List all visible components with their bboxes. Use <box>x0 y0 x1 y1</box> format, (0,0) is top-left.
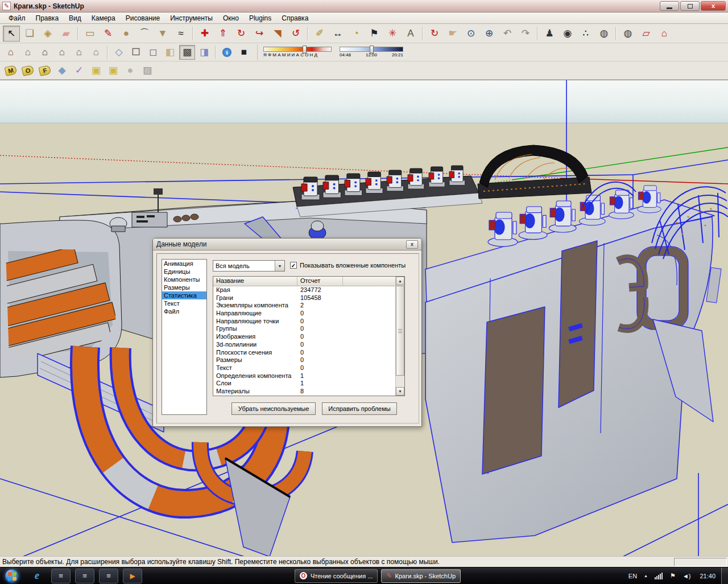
display-section-cuts-toggle-button[interactable]: ▱ <box>638 26 655 42</box>
minimize-button[interactable] <box>660 1 679 11</box>
restore-button[interactable] <box>680 1 700 11</box>
dialog-nav-текст[interactable]: Текст <box>162 299 206 307</box>
table-row[interactable]: Слои1 <box>213 380 395 388</box>
table-row[interactable]: Текст0 <box>213 364 395 372</box>
push-pull-tool-button[interactable]: ⇑ <box>214 26 231 42</box>
circle-tool-button[interactable]: ● <box>118 26 135 42</box>
checkbox-icon[interactable]: ✓ <box>290 262 297 269</box>
table-row[interactable]: Направляющие0 <box>213 310 395 318</box>
plugin-folder-light-1-button[interactable]: ▣ <box>88 63 104 78</box>
plugin-folder-light-2-button[interactable]: ▣ <box>105 63 121 78</box>
volume-icon[interactable]: ◄) <box>682 573 691 579</box>
shadow-date-slider[interactable] <box>263 47 332 52</box>
table-row[interactable]: Направляющие точки0 <box>213 318 395 326</box>
date-slider-thumb[interactable] <box>303 46 307 54</box>
hidden-icons-button[interactable]: ▲ <box>644 574 648 578</box>
style-shaded-button[interactable]: ◧ <box>162 45 178 60</box>
component-info-button[interactable]: i <box>219 45 235 60</box>
menu-camera[interactable]: Камера <box>86 13 121 23</box>
table-row[interactable]: Края234772 <box>213 286 395 294</box>
measurements-box[interactable] <box>674 558 727 566</box>
paint-bucket-tool-button[interactable]: ◈ <box>39 26 56 42</box>
protractor-tool-button[interactable]: ◔ <box>348 26 365 42</box>
scrollbar-down-icon[interactable]: ▼ <box>396 387 404 396</box>
menu-file[interactable]: Файл <box>3 13 31 23</box>
view-iso-button[interactable]: ⌂ <box>3 45 19 60</box>
freehand-tool-button[interactable]: ≈ <box>172 26 189 42</box>
nested-components-checkbox-row[interactable]: ✓ Показывать вложенные компоненты <box>290 262 406 269</box>
table-row[interactable]: Изображения0 <box>213 333 395 341</box>
view-right-button[interactable]: ⌂ <box>71 45 87 60</box>
dialog-nav-анимация[interactable]: Анимация <box>162 260 206 268</box>
menu-view[interactable]: Вид <box>64 13 86 23</box>
plugin-cube-button[interactable]: ◆ <box>54 63 70 78</box>
table-row[interactable]: Грани105458 <box>213 294 395 302</box>
follow-me-tool-button[interactable]: ↪ <box>251 26 268 42</box>
table-row[interactable]: Экземпляры компонента2 <box>213 302 395 310</box>
line-tool-button[interactable]: ✎ <box>100 26 117 42</box>
style-shaded-textures-button[interactable]: ▩ <box>179 45 195 60</box>
rectangle-tool-button[interactable]: ▭ <box>81 26 98 42</box>
dialog-nav-компоненты[interactable]: Компоненты <box>162 275 206 283</box>
dropdown-arrow-icon[interactable]: ▼ <box>275 261 284 271</box>
table-row[interactable]: Размеры0 <box>213 356 395 364</box>
scale-tool-button[interactable]: ◥ <box>269 26 286 42</box>
position-camera-tool-button[interactable]: ♟ <box>541 26 558 42</box>
dialog-nav-размеры[interactable]: Размеры <box>162 283 206 291</box>
table-scrollbar[interactable]: ▲ ▼ <box>395 277 404 396</box>
language-indicator[interactable]: EN <box>628 573 637 579</box>
scope-dropdown[interactable]: Вся модель ▼ <box>213 260 285 272</box>
action-center-icon[interactable]: ⚑ <box>670 572 676 579</box>
section-plane-tool-button[interactable]: ◍ <box>595 26 613 42</box>
dark-cube-button[interactable]: ■ <box>236 45 252 60</box>
polygon-tool-button[interactable]: ▼ <box>154 26 171 42</box>
menu-window[interactable]: Окно <box>218 13 244 23</box>
tag-o-button[interactable]: O <box>20 63 36 78</box>
window-titlebar[interactable]: ✎ Краги.skp - SketchUp x <box>0 0 728 13</box>
plugin-check-button[interactable]: ✓ <box>71 63 87 78</box>
3d-text-tool-button[interactable]: A <box>402 26 419 42</box>
view-top-button[interactable]: ⌂ <box>88 45 104 60</box>
orbit-tool-button[interactable]: ↻ <box>426 26 443 42</box>
tape-measure-tool-button[interactable]: ✐ <box>311 26 328 42</box>
task-opera-message-taskbar-button[interactable]: OЧтение сообщения ... <box>295 569 378 583</box>
plugin-envelope-button[interactable]: ▨ <box>139 63 155 78</box>
fix-problems-button[interactable]: Исправить проблемы <box>322 402 397 415</box>
zoom-extents-tool-button[interactable]: ⊕ <box>481 26 498 42</box>
view-back-button[interactable]: ⌂ <box>54 45 70 60</box>
column-header-count[interactable]: Отсчет <box>297 277 343 286</box>
table-row[interactable]: Определения компонента1 <box>213 372 395 380</box>
tag-f-button[interactable]: F <box>37 63 53 78</box>
table-row[interactable]: Материалы8 <box>213 388 395 396</box>
view-left-button[interactable]: ⌂ <box>20 45 36 60</box>
display-section-planes-toggle-button[interactable]: ◍ <box>619 26 636 42</box>
internet-explorer-icon[interactable]: e <box>27 569 47 583</box>
make-component-tool-button[interactable]: ❏ <box>21 26 38 42</box>
pan-tool-button[interactable]: ☛ <box>444 26 461 42</box>
style-xray-button[interactable]: ◇ <box>111 45 127 60</box>
scrollbar-thumb[interactable] <box>396 286 404 376</box>
task-sketchup-taskbar-button[interactable]: ✎Краги.skp - SketchUp <box>381 569 461 583</box>
select-tool-button[interactable]: ↖ <box>3 26 20 42</box>
close-button[interactable]: x <box>701 1 726 11</box>
section-fill-toggle-button[interactable]: ⌂ <box>656 26 673 42</box>
dialog-nav-файл[interactable]: Файл <box>162 307 206 315</box>
clock[interactable]: 21:40 <box>700 573 715 579</box>
rotate-tool-button[interactable]: ↻ <box>233 26 250 42</box>
text-tool-button[interactable]: ⚑ <box>366 26 383 42</box>
table-row[interactable]: Плоскости сечения0 <box>213 349 395 357</box>
dimension-tool-button[interactable]: ↔ <box>329 26 346 42</box>
dialog-titlebar[interactable]: Данные модели x <box>153 238 421 250</box>
axes-tool-button[interactable]: ✳ <box>384 26 401 42</box>
table-header[interactable]: Название Отсчет <box>213 277 404 286</box>
walk-tool-button[interactable]: ∴ <box>577 26 594 42</box>
dialog-nav-list[interactable]: АнимацияЕдиницыКомпонентыРазмерыСтатисти… <box>162 259 207 415</box>
shadow-time-slider[interactable] <box>340 47 403 52</box>
dialog-close-button[interactable]: x <box>406 240 418 249</box>
menu-draw[interactable]: Рисование <box>121 13 165 23</box>
media-player-icon[interactable]: ▶ <box>123 569 142 583</box>
menu-help[interactable]: Справка <box>276 13 313 23</box>
table-row[interactable]: 3d-полилинии0 <box>213 341 395 349</box>
zoom-next-tool-button[interactable]: ↷ <box>517 26 534 42</box>
time-slider-thumb[interactable] <box>370 46 374 54</box>
